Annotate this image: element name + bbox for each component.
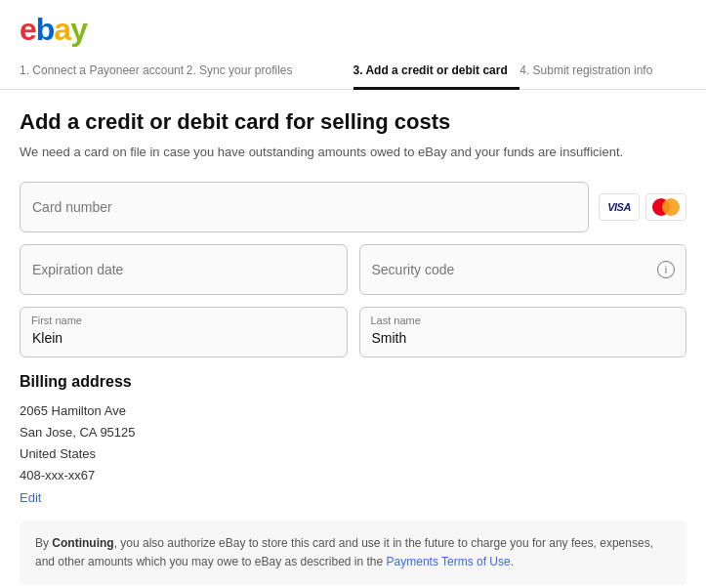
- first-name-group: First name: [20, 307, 348, 357]
- disclaimer-prefix: By: [35, 536, 52, 550]
- edit-billing-link[interactable]: Edit: [20, 490, 41, 505]
- page-title: Add a credit or debit card for selling c…: [20, 109, 686, 135]
- step-3[interactable]: 3. Add a credit or debit card: [353, 63, 520, 90]
- expiration-input[interactable]: [20, 244, 348, 295]
- billing-line2: San Jose, CA 95125: [20, 422, 686, 443]
- step-4[interactable]: 4. Submit registration info: [519, 63, 686, 90]
- mc-circle-right: [662, 198, 680, 216]
- last-name-input[interactable]: [359, 307, 687, 357]
- last-name-group: Last name: [359, 307, 687, 357]
- security-info-icon[interactable]: i: [657, 261, 675, 278]
- disclaimer-box: By Continuing, you also authorize eBay t…: [20, 521, 686, 585]
- billing-section: Billing address 2065 Hamilton Ave San Jo…: [20, 373, 686, 505]
- billing-line3: United States: [20, 443, 686, 465]
- logo-y: y: [70, 12, 87, 47]
- expiry-security-row: i: [20, 244, 686, 295]
- billing-phone: 408-xxx-xx67: [20, 465, 686, 486]
- page-description: We need a card on file in case you have …: [20, 143, 686, 162]
- first-name-input[interactable]: [20, 307, 348, 357]
- card-number-row: VISA: [20, 182, 686, 232]
- step-2[interactable]: 2. Sync your profiles: [187, 63, 353, 90]
- ebay-logo: ebay: [20, 12, 686, 48]
- security-group: i: [359, 244, 687, 295]
- header: ebay: [0, 0, 706, 48]
- disclaimer-bold: Continuing: [52, 536, 113, 550]
- expiration-group: [20, 244, 348, 295]
- steps-bar: 1. Connect a Payoneer account 2. Sync yo…: [0, 63, 706, 90]
- card-number-wrapper: [20, 182, 589, 232]
- visa-icon: VISA: [599, 193, 640, 221]
- billing-title: Billing address: [20, 373, 686, 391]
- mastercard-icon: [645, 193, 686, 221]
- billing-line1: 2065 Hamilton Ave: [20, 400, 686, 422]
- billing-address: 2065 Hamilton Ave San Jose, CA 95125 Uni…: [20, 400, 686, 486]
- payments-terms-link[interactable]: Payments Terms of Use: [387, 555, 511, 568]
- logo-a: a: [54, 12, 70, 47]
- disclaimer-end: .: [511, 555, 514, 568]
- card-number-input[interactable]: [20, 182, 589, 232]
- logo-e: e: [20, 12, 36, 47]
- name-row: First name Last name: [20, 307, 686, 357]
- step-1[interactable]: 1. Connect a Payoneer account: [20, 63, 187, 90]
- mc-circles: [652, 198, 680, 216]
- logo-b: b: [36, 12, 55, 47]
- card-icons: VISA: [599, 193, 686, 221]
- disclaimer-suffix: , you also authorize eBay to store this …: [35, 536, 653, 568]
- main-content: Add a credit or debit card for selling c…: [0, 90, 706, 588]
- security-code-input[interactable]: [359, 244, 687, 295]
